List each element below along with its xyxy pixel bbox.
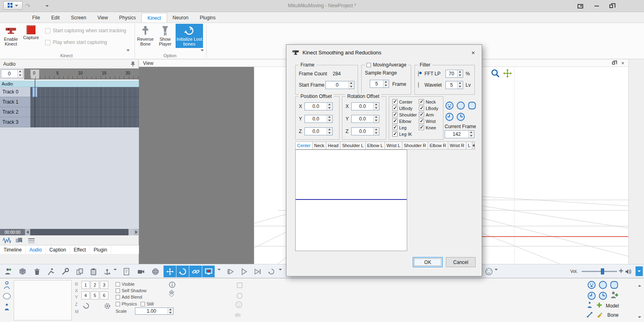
smoothing-square-button[interactable]: [467, 101, 477, 110]
mode-dropdown[interactable]: [217, 270, 221, 276]
spinner-arrows[interactable]: [457, 81, 463, 89]
spinner-arrows[interactable]: [468, 131, 474, 138]
rotate-mode-button[interactable]: [176, 266, 189, 277]
check-center[interactable]: Center: [392, 99, 412, 104]
play-when-capturing-checkbox[interactable]: Play when start capturing: [45, 39, 107, 45]
number-button-4[interactable]: 4: [81, 291, 90, 299]
delete-motion-button[interactable]: [45, 266, 56, 277]
rotation-z-spinner[interactable]: 0.0: [351, 127, 379, 135]
model-mode-icon[interactable]: [586, 301, 594, 309]
reverse-bone-button[interactable]: Reverse Bone: [136, 24, 155, 48]
layers-icon[interactable]: [27, 237, 35, 244]
bone-tab-shoulder-r[interactable]: Shoulder R: [402, 141, 428, 150]
audio-frame-spinner[interactable]: 0: [1, 69, 23, 78]
local-axis-button[interactable]: [101, 266, 112, 277]
track-3-label[interactable]: Track 3: [0, 117, 31, 127]
moving-average-checkbox[interactable]: [367, 63, 371, 67]
number-button-1[interactable]: 1: [81, 281, 90, 289]
check-shoulder[interactable]: Shoulder: [392, 112, 417, 117]
pin-window-button[interactable]: [574, 2, 586, 10]
audio-master-row[interactable]: Audio: [0, 81, 139, 87]
self-shadow-checkbox[interactable]: Self Shadow: [116, 288, 147, 293]
smoothing-smiley-button[interactable]: [445, 101, 454, 110]
start-capturing-checkbox[interactable]: Start capturing when start tracking: [45, 28, 126, 33]
start-frame-spinner[interactable]: 0: [325, 81, 354, 89]
dialog-title-bar[interactable]: Kinect Smoothing and Reductions: [286, 45, 482, 60]
spinner-arrows[interactable]: [373, 103, 379, 110]
model-info-toggle[interactable]: [168, 280, 176, 289]
frame-display-button[interactable]: [202, 266, 215, 277]
bone-tab-elbow-r[interactable]: Elbow R: [428, 141, 448, 150]
paste-button[interactable]: [88, 266, 99, 277]
physics-checkbox[interactable]: Physics: [116, 301, 137, 306]
position-y-spinner[interactable]: 0.0: [304, 115, 333, 123]
number-button-2[interactable]: 2: [91, 281, 99, 289]
dialog-close-button[interactable]: ×: [468, 48, 478, 57]
play-from-start-button[interactable]: [225, 266, 236, 277]
option-group-expander[interactable]: [201, 51, 204, 57]
smoothing-clock-right-button[interactable]: [456, 112, 466, 122]
model-add-icon[interactable]: [595, 301, 603, 309]
check-leg[interactable]: Leg: [392, 125, 406, 130]
edit-motion-button[interactable]: [60, 266, 70, 277]
check-knee[interactable]: Knee: [419, 125, 436, 130]
wavelet-radio[interactable]: [418, 82, 419, 88]
tab-kinect[interactable]: Kinect: [141, 13, 167, 23]
waveform-icon[interactable]: [2, 237, 11, 244]
track-3-timeline[interactable]: [31, 117, 139, 127]
spinner-arrows[interactable]: [327, 128, 332, 135]
model-select-button[interactable]: [2, 280, 12, 291]
spinner-arrows[interactable]: [168, 308, 173, 314]
bone-tab-wrist-l[interactable]: Wrist L: [385, 141, 402, 150]
tab-neuron[interactable]: Neuron: [167, 13, 194, 23]
spinner-arrows[interactable]: [383, 80, 389, 87]
view-maximize-icon[interactable]: [612, 62, 615, 64]
view-close-icon[interactable]: ×: [621, 60, 624, 66]
add-blend-checkbox[interactable]: Add Blend: [116, 295, 142, 299]
bone-clock-left-button[interactable]: [586, 291, 597, 301]
tab-screen[interactable]: Screen: [65, 13, 92, 23]
wavelet-spinner[interactable]: 5: [445, 81, 463, 89]
model-info-button[interactable]: [121, 266, 132, 277]
check-leg-ik[interactable]: Leg IK: [392, 131, 412, 137]
reset-transform-button[interactable]: [82, 302, 90, 310]
toolbar-overflow-button[interactable]: [636, 266, 643, 276]
expression-dropdown[interactable]: [495, 270, 498, 276]
bone-clock-right-button[interactable]: [598, 291, 608, 301]
play-button[interactable]: [238, 266, 249, 277]
volume-slider[interactable]: [582, 271, 617, 272]
kinect-group-expander[interactable]: [126, 51, 130, 57]
physics-button[interactable]: [150, 266, 161, 277]
bone-tab-neck[interactable]: Neck: [313, 141, 326, 150]
tab-physics[interactable]: Physics: [114, 13, 141, 23]
bone-edit-icon[interactable]: [595, 311, 603, 319]
sample-range-spinner[interactable]: 5: [370, 80, 389, 88]
link-mode-button[interactable]: [189, 266, 202, 277]
model-listbox[interactable]: [14, 280, 72, 320]
axis-dropdown[interactable]: [114, 270, 117, 276]
rotation-x-spinner[interactable]: 0.0: [351, 102, 379, 110]
track-0-timeline[interactable]: [31, 87, 139, 97]
bone-tab-wrist-r[interactable]: Wrist R: [448, 141, 466, 150]
smoothing-circle-button[interactable]: [456, 101, 466, 110]
tab-file[interactable]: File: [27, 13, 46, 23]
scroll-left-button[interactable]: [25, 229, 30, 235]
speaker-button[interactable]: [623, 266, 634, 277]
number-button-6[interactable]: 6: [100, 291, 108, 299]
position-x-spinner[interactable]: 0.0: [304, 102, 333, 110]
play-dropdown[interactable]: [279, 270, 282, 276]
check-wrist[interactable]: Wrist: [419, 118, 436, 124]
scroll-right-button[interactable]: [134, 229, 139, 235]
spinner-arrows[interactable]: [327, 115, 332, 123]
import-audio-icon[interactable]: [15, 237, 23, 244]
track-1-timeline[interactable]: [31, 97, 139, 107]
scrollbar-thumb[interactable]: [30, 229, 128, 235]
volume-slider-thumb[interactable]: [601, 268, 604, 274]
check-arm[interactable]: Arm: [419, 112, 434, 117]
current-frame-spinner[interactable]: 142: [445, 130, 474, 138]
bone-tab-shoulder-l[interactable]: Shoulder L: [340, 141, 365, 150]
panel-scroll-down[interactable]: [638, 318, 641, 322]
zoom-tool-icon[interactable]: [491, 69, 500, 78]
settings-button[interactable]: [103, 302, 111, 310]
morph-select-button[interactable]: [2, 291, 12, 301]
